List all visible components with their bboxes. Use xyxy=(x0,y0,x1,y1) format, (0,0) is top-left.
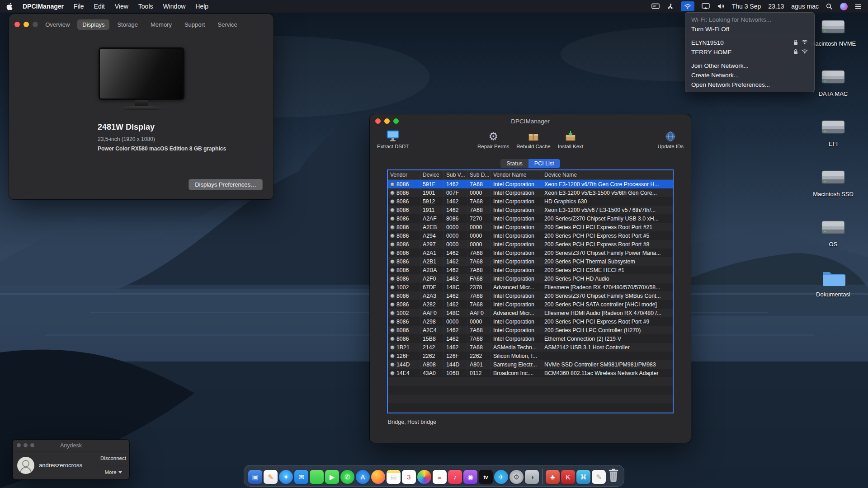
table-row[interactable]: 8086191114627A68Intel CorporationXeon E3… xyxy=(388,206,673,214)
music-dock-icon[interactable]: ♪ xyxy=(448,470,462,484)
install-kext-button[interactable]: Install Kext xyxy=(558,129,583,149)
table-row[interactable]: 8086A2F01462FA68Intel Corporation200 Ser… xyxy=(388,274,673,283)
zoom-button[interactable] xyxy=(393,118,399,124)
clover-configurator-dock-icon[interactable]: ♣ xyxy=(546,470,560,484)
zoom-button[interactable] xyxy=(30,443,34,447)
column-header[interactable]: Vendor Name xyxy=(491,170,542,179)
menu-window[interactable]: Window xyxy=(163,3,186,10)
minimize-button[interactable] xyxy=(24,22,29,27)
displays-preferences-button[interactable]: Displays Preferences… xyxy=(189,179,263,190)
table-row[interactable]: 80861901007F0000Intel CorporationXeon E3… xyxy=(388,188,673,197)
safari-dock-icon[interactable]: ✦ xyxy=(279,470,293,484)
close-button[interactable] xyxy=(14,22,20,27)
photos-dock-icon[interactable] xyxy=(417,470,431,484)
wifi-menu-action[interactable]: Open Network Preferences... xyxy=(685,80,814,89)
apple-menu[interactable] xyxy=(6,1,13,11)
update-ids-button[interactable]: Update IDs xyxy=(657,129,684,149)
siri-icon[interactable] xyxy=(840,1,848,11)
menu-tools[interactable]: Tools xyxy=(138,3,153,10)
extract-dsdt-button[interactable]: Extract DSDT xyxy=(377,129,409,149)
podcasts-dock-icon[interactable]: ◉ xyxy=(463,470,477,484)
menu-file[interactable]: File xyxy=(74,3,84,10)
table-row[interactable]: 8086A2C414627A68Intel Corporation200 Ser… xyxy=(388,326,673,334)
minimize-button[interactable] xyxy=(24,443,28,447)
close-button[interactable] xyxy=(375,118,381,124)
app-store-dock-icon[interactable]: A xyxy=(356,470,370,484)
table-row[interactable]: 144DA808144DA801Samsung Electr...NVMe SS… xyxy=(388,360,673,369)
trash-icon[interactable] xyxy=(607,468,620,484)
table-row[interactable]: 8086A2BA14627A68Intel Corporation200 Ser… xyxy=(388,266,673,274)
tv-dock-icon[interactable]: tv xyxy=(479,470,493,484)
wifi-network-item[interactable]: ELYN19510 xyxy=(685,38,814,47)
table-row[interactable]: 8086591214627A68Intel CorporationHD Grap… xyxy=(388,197,673,206)
table-row[interactable]: 8086A29400000000Intel Corporation200 Ser… xyxy=(388,231,673,240)
table-row[interactable]: 126F2262126F2262Silicon Motion, I... xyxy=(388,352,673,360)
segment-status[interactable]: Status xyxy=(500,159,528,168)
segment-pci-list[interactable]: PCI List xyxy=(528,159,560,168)
table-row[interactable]: 8086A29700000000Intel Corporation200 Ser… xyxy=(388,240,673,249)
table-row[interactable]: 14E443A0106B0112Broadcom Inc....BCM4360 … xyxy=(388,369,673,377)
table-row[interactable]: 1002AAF0148CAAF0Advanced Micr...Ellesmer… xyxy=(388,309,673,317)
column-header[interactable]: Sub D... xyxy=(467,170,491,179)
repair-perms-button[interactable]: ⚙ Repair Perms xyxy=(477,129,509,149)
menu-view[interactable]: View xyxy=(115,3,128,10)
finder-dock-icon[interactable]: ▣ xyxy=(248,470,262,484)
hackintool-dock-icon[interactable]: ⌘ xyxy=(576,470,590,484)
menu-help[interactable]: Help xyxy=(195,3,208,10)
column-header[interactable]: Vendor xyxy=(388,170,420,179)
kext-utility-dock-icon[interactable]: K xyxy=(561,470,575,484)
tab-support[interactable]: Support xyxy=(179,19,210,30)
column-header[interactable]: Sub V... xyxy=(444,170,467,179)
more-button[interactable]: More xyxy=(97,465,129,479)
column-header[interactable]: Device xyxy=(420,170,444,179)
table-row[interactable]: 1B21214214627A68ASMedia Techn...ASM2142 … xyxy=(388,343,673,352)
tab-overview[interactable]: Overview xyxy=(40,19,75,30)
reminders-dock-icon[interactable]: ≡ xyxy=(433,470,447,484)
desktop-icon-macintosh-ssd[interactable]: Macintosh SSD xyxy=(805,168,862,198)
tab-storage[interactable]: Storage xyxy=(112,19,143,30)
table-row[interactable]: 8086A2A314627A68Intel Corporation200 Ser… xyxy=(388,291,673,300)
minimize-button[interactable] xyxy=(384,118,390,124)
airplay-display-icon[interactable] xyxy=(702,1,710,11)
tab-displays[interactable]: Displays xyxy=(77,19,109,30)
table-row[interactable]: 8086591F14627A68Intel CorporationXeon E3… xyxy=(388,180,673,188)
rebuild-cache-button[interactable]: Rebuild Cache xyxy=(516,129,550,149)
close-button[interactable] xyxy=(17,443,21,447)
disk-utility-dock-icon[interactable]: ◑ xyxy=(525,470,539,484)
active-app-menu[interactable]: DPCIManager xyxy=(23,3,64,10)
wifi-network-item[interactable]: TERRY HOME xyxy=(685,47,814,57)
tab-service[interactable]: Service xyxy=(213,19,242,30)
menu-edit[interactable]: Edit xyxy=(94,3,105,10)
table-row[interactable]: 8086A28214627A68Intel Corporation200 Ser… xyxy=(388,300,673,309)
menu-bar-date[interactable]: Thu 3 Sep xyxy=(732,3,761,10)
disconnect-button[interactable]: Disconnect xyxy=(97,451,129,465)
displays-icon[interactable] xyxy=(651,1,660,11)
menu-bar-time[interactable]: 23.13 xyxy=(768,3,784,10)
calendar-dock-icon[interactable]: 3 xyxy=(402,470,416,484)
wifi-menu-action[interactable]: Join Other Network... xyxy=(685,61,814,70)
wifi-icon[interactable] xyxy=(681,1,694,11)
table-row[interactable]: 100267DF148C2378Advanced Micr...Ellesmer… xyxy=(388,283,673,291)
pages-dock-icon[interactable]: ✎ xyxy=(264,470,278,484)
table-row[interactable]: 808615B814627A68Intel CorporationEtherne… xyxy=(388,334,673,343)
tab-memory[interactable]: Memory xyxy=(146,19,177,30)
whatsapp-dock-icon[interactable]: ✆ xyxy=(340,470,354,484)
fan-icon[interactable] xyxy=(667,1,674,11)
firefox-dock-icon[interactable] xyxy=(371,470,385,484)
telegram-dock-icon[interactable]: ✈ xyxy=(494,470,508,484)
volume-icon[interactable] xyxy=(717,1,725,11)
messages-dock-icon[interactable] xyxy=(310,470,324,484)
table-row[interactable]: 8086A2EB00000000Intel Corporation200 Ser… xyxy=(388,223,673,231)
mail-dock-icon[interactable]: ✉ xyxy=(294,470,308,484)
textedit-dock-icon[interactable]: ✎ xyxy=(592,470,606,484)
facetime-dock-icon[interactable]: ▶ xyxy=(325,470,339,484)
table-row[interactable]: 8086A29800000000Intel Corporation200 Ser… xyxy=(388,317,673,326)
wifi-menu-action[interactable]: Create Network... xyxy=(685,70,814,80)
notes-dock-icon[interactable]: ▤ xyxy=(387,470,401,484)
search-icon[interactable] xyxy=(826,1,833,11)
system-preferences-dock-icon[interactable]: ⚙ xyxy=(509,470,524,484)
menu-bar-user[interactable]: agus mac xyxy=(791,3,819,10)
desktop-icon-efi[interactable]: EFI xyxy=(805,117,862,148)
table-row[interactable]: 8086A2A114627A68Intel Corporation200 Ser… xyxy=(388,249,673,257)
desktop-icon-os[interactable]: OS xyxy=(805,218,862,248)
